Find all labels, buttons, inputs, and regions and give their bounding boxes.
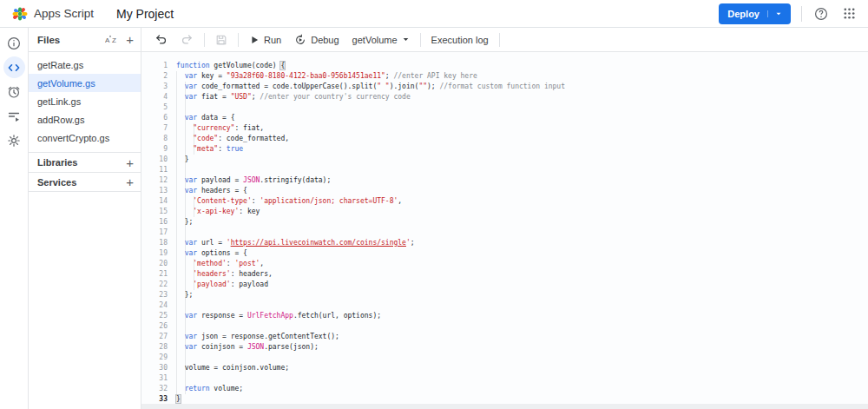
line-number: 23 xyxy=(141,290,168,300)
code-token: var xyxy=(185,82,197,90)
code-token: function xyxy=(176,62,210,69)
code-line: var payload = JSON.stringify(data); xyxy=(176,175,565,186)
undo-icon[interactable] xyxy=(152,31,170,48)
line-number-gutter: 1234567891011121314151617181920212223242… xyxy=(141,61,168,405)
executions-list-icon[interactable] xyxy=(3,105,25,127)
svg-text:A: A xyxy=(105,36,110,44)
code-line: }; xyxy=(176,217,565,228)
code-token: response = xyxy=(197,312,247,320)
code-token: UrlFetchApp xyxy=(247,312,293,320)
code-line: return volume; xyxy=(176,384,565,394)
debug-icon xyxy=(294,34,306,46)
redo-icon[interactable] xyxy=(178,31,196,48)
deploy-label: Deploy xyxy=(727,9,760,19)
line-number: 20 xyxy=(141,259,168,269)
code-line: }; xyxy=(176,290,565,300)
function-selector-dropdown[interactable]: getVolume xyxy=(350,33,412,47)
line-number: 25 xyxy=(141,311,168,321)
code-token: : xyxy=(252,197,260,205)
apps-script-logo[interactable]: Apps Script xyxy=(12,6,94,22)
file-list: getRate.gsgetVolume.gsgetLink.gsaddRow.g… xyxy=(29,52,141,152)
editor-area: Run Debug getVolume Execution log xyxy=(141,28,868,409)
line-number: 22 xyxy=(141,280,168,290)
line-number: 12 xyxy=(141,175,168,186)
code-line: var url = 'https://api.livecoinwatch.com… xyxy=(176,238,565,248)
line-number: 16 xyxy=(141,217,168,228)
code-line: var code_formatted = code.toUpperCase().… xyxy=(176,82,565,92)
code-token: volume; xyxy=(210,385,244,393)
debug-button[interactable]: Debug xyxy=(292,32,341,48)
triggers-clock-icon[interactable] xyxy=(3,81,25,102)
code-token: var xyxy=(185,249,197,257)
file-item[interactable]: convertCrypto.gs xyxy=(29,129,141,147)
editor-code-icon[interactable] xyxy=(3,56,25,78)
code-line: } xyxy=(176,155,565,165)
code-token: .parse(json); xyxy=(264,343,319,351)
line-number: 18 xyxy=(141,238,168,248)
add-library-plus-icon[interactable]: + xyxy=(126,156,134,169)
code-token: var xyxy=(185,176,197,184)
debug-label: Debug xyxy=(311,35,339,45)
code-line xyxy=(176,228,565,238)
code-line: 'headers': headers, xyxy=(176,269,565,280)
project-title[interactable]: My Project xyxy=(116,7,174,21)
add-file-plus-icon[interactable]: + xyxy=(126,33,134,46)
line-number: 8 xyxy=(141,134,168,144)
code-token: key = xyxy=(197,72,227,80)
save-icon[interactable] xyxy=(213,32,230,48)
code-token: return xyxy=(185,385,210,393)
file-item[interactable]: getRate.gs xyxy=(29,56,141,74)
deploy-button[interactable]: Deploy xyxy=(719,3,791,24)
code-line: "code": code_formatted, xyxy=(176,134,565,144)
code-token: , xyxy=(260,260,264,267)
code-token: { xyxy=(280,62,285,69)
code-token: 'headers' xyxy=(193,270,230,278)
deploy-caret-down-icon xyxy=(767,10,782,17)
line-number: 26 xyxy=(141,321,168,332)
line-number: 19 xyxy=(141,248,168,259)
apps-script-window: Apps Script My Project Deploy xyxy=(0,0,868,409)
settings-gear-icon[interactable] xyxy=(3,129,25,151)
code-editor-surface[interactable]: 1234567891011121314151617181920212223242… xyxy=(141,52,868,409)
code-token: var xyxy=(185,72,197,80)
line-number: 10 xyxy=(141,155,168,165)
code-token: var xyxy=(185,93,197,101)
code-token: //enter API key here xyxy=(393,72,477,80)
chevron-down-icon xyxy=(402,36,410,43)
line-number: 28 xyxy=(141,342,168,353)
overview-info-icon[interactable] xyxy=(3,32,25,54)
code-token: data = { xyxy=(197,114,234,122)
code-line: var coinjson = JSON.parse(json); xyxy=(176,342,565,353)
help-icon[interactable] xyxy=(812,5,830,23)
code-token: : headers, xyxy=(231,270,273,278)
code-token: .fetch(url, options); xyxy=(293,312,381,320)
code-line: 'method': 'post', xyxy=(176,259,565,269)
code-token: ); xyxy=(427,82,439,90)
file-item[interactable]: getLink.gs xyxy=(29,92,141,110)
code-token: var xyxy=(185,239,197,247)
apps-grid-icon[interactable] xyxy=(840,5,858,23)
file-item[interactable]: getVolume.gs xyxy=(29,74,141,92)
files-panel-header: Files A Z + xyxy=(29,28,141,52)
libraries-label: Libraries xyxy=(37,157,77,168)
selected-function-name: getVolume xyxy=(352,35,398,45)
sort-files-az-icon[interactable]: A Z xyxy=(105,34,118,45)
code-line: volume = coinjson.volume; xyxy=(176,363,565,373)
libraries-section: Libraries + xyxy=(29,152,141,172)
code-line: 'payload': payload xyxy=(176,280,565,290)
code-token: var xyxy=(185,312,197,320)
code-token: https://api.livecoinwatch.com/coins/sing… xyxy=(231,239,406,247)
code-token: } xyxy=(185,155,189,163)
add-service-plus-icon[interactable]: + xyxy=(126,175,134,188)
execution-log-button[interactable]: Execution log xyxy=(429,33,491,47)
code-token: code_formatted = code.toUpperCase().spli… xyxy=(197,82,377,90)
code-line: var fiat = "USD"; //enter your country's… xyxy=(176,92,565,102)
code-token: : xyxy=(218,145,227,153)
line-number: 24 xyxy=(141,300,168,311)
code-token: var xyxy=(185,333,197,340)
code-token: 'Content-type' xyxy=(193,197,251,205)
code-token: true xyxy=(227,145,243,153)
file-item[interactable]: addRow.gs xyxy=(29,110,141,129)
run-button[interactable]: Run xyxy=(247,33,284,47)
code-token: : xyxy=(227,260,235,267)
